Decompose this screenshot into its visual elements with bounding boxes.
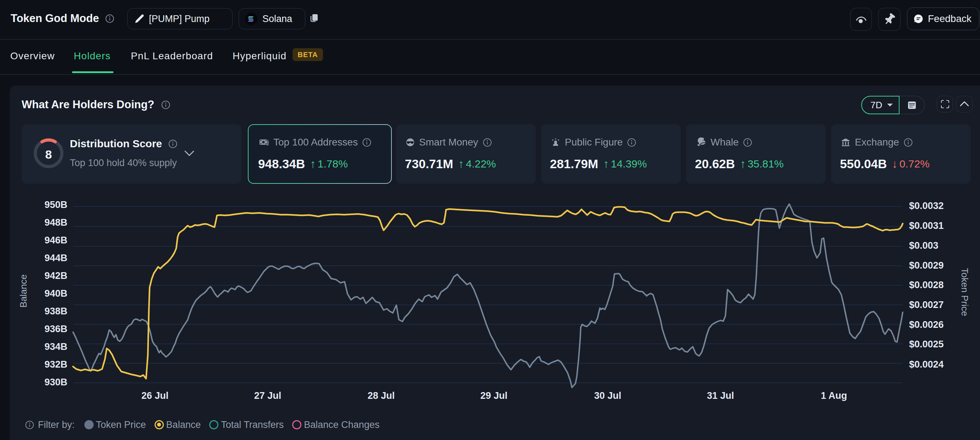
svg-text:26 Jul: 26 Jul	[142, 390, 169, 401]
svg-text:936B: 936B	[44, 324, 67, 334]
svg-text:8: 8	[45, 148, 52, 161]
svg-text:950B: 950B	[44, 199, 67, 210]
svg-text:30 Jul: 30 Jul	[594, 390, 622, 401]
svg-text:29 Jul: 29 Jul	[480, 390, 508, 401]
svg-text:944B: 944B	[44, 253, 67, 263]
svg-text:930B: 930B	[44, 377, 67, 387]
svg-text:940B: 940B	[44, 288, 67, 299]
svg-text:31 Jul: 31 Jul	[707, 390, 734, 401]
svg-text:$0.0031: $0.0031	[909, 220, 944, 231]
svg-text:$0.0027: $0.0027	[909, 300, 944, 310]
svg-text:1 Aug: 1 Aug	[821, 390, 847, 401]
svg-text:$0.0025: $0.0025	[909, 339, 944, 349]
svg-text:$0.0024: $0.0024	[909, 359, 944, 370]
svg-text:$0.0026: $0.0026	[909, 319, 944, 330]
svg-text:$0.003: $0.003	[909, 240, 939, 251]
svg-text:932B: 932B	[44, 359, 67, 370]
svg-text:$0.0029: $0.0029	[909, 260, 944, 271]
svg-text:942B: 942B	[44, 270, 67, 281]
svg-text:948B: 948B	[44, 217, 67, 228]
svg-text:$0.0028: $0.0028	[909, 280, 944, 290]
svg-text:$0.0032: $0.0032	[909, 201, 944, 211]
svg-text:28 Jul: 28 Jul	[368, 390, 395, 401]
svg-text:Balance: Balance	[18, 274, 29, 308]
svg-text:938B: 938B	[44, 306, 67, 317]
svg-text:Token Price: Token Price	[959, 268, 970, 316]
svg-text:934B: 934B	[44, 341, 67, 352]
svg-text:27 Jul: 27 Jul	[254, 390, 282, 401]
svg-text:946B: 946B	[44, 235, 67, 246]
